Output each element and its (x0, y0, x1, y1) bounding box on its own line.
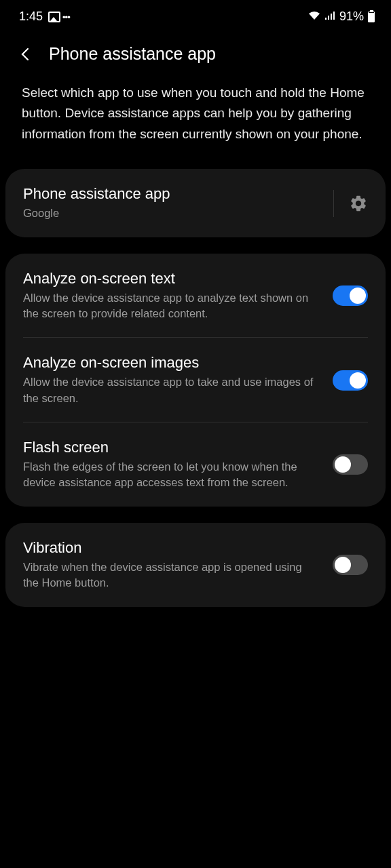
status-bar-right: 91% (308, 9, 375, 24)
page-header: Phone assistance app (0, 29, 391, 79)
analyze-text-toggle[interactable] (333, 285, 368, 306)
vibration-title: Vibration (23, 539, 319, 557)
page-title: Phone assistance app (49, 44, 216, 64)
vibration-toggle[interactable] (333, 555, 368, 575)
page-description: Select which app to use when you touch a… (0, 79, 391, 169)
assist-app-settings-button[interactable] (333, 190, 368, 217)
analyze-text-row[interactable]: Analyze on-screen text Allow the device … (5, 254, 386, 338)
status-time: 1:45 (19, 9, 43, 24)
vibration-card: Vibration Vibrate when the device assist… (5, 523, 386, 607)
assist-app-title: Phone assistance app (23, 185, 327, 203)
analyze-images-title: Analyze on-screen images (23, 354, 319, 372)
battery-percentage: 91% (339, 9, 364, 24)
status-notification-icons (48, 9, 70, 24)
flash-screen-title: Flash screen (23, 439, 319, 456)
flash-screen-subtitle: Flash the edges of the screen to let you… (23, 459, 319, 490)
assist-app-value: Google (23, 205, 327, 221)
assist-app-row[interactable]: Phone assistance app Google (5, 169, 386, 237)
back-button[interactable] (16, 45, 35, 64)
chevron-left-icon (19, 47, 33, 61)
analyze-images-row[interactable]: Analyze on-screen images Allow the devic… (5, 338, 386, 422)
analyze-text-title: Analyze on-screen text (23, 270, 319, 288)
image-notification-icon (48, 12, 60, 22)
flash-screen-toggle[interactable] (333, 454, 368, 475)
assist-app-card: Phone assistance app Google (5, 169, 386, 237)
vibration-row[interactable]: Vibration Vibrate when the device assist… (5, 523, 386, 607)
flash-screen-row[interactable]: Flash screen Flash the edges of the scre… (5, 422, 386, 507)
analyze-images-toggle[interactable] (333, 370, 368, 391)
analyze-images-subtitle: Allow the device assistance app to take … (23, 374, 319, 406)
signal-icon (324, 9, 335, 24)
status-bar: 1:45 91% (0, 0, 391, 29)
analyze-text-subtitle: Allow the device assistance app to analy… (23, 290, 319, 321)
gear-icon (349, 194, 368, 213)
analyze-card: Analyze on-screen text Allow the device … (5, 254, 386, 507)
battery-icon (368, 12, 375, 22)
vibration-subtitle: Vibrate when the device assistance app i… (23, 559, 319, 591)
status-bar-left: 1:45 (19, 9, 70, 24)
wifi-icon (308, 9, 320, 24)
more-notifications-icon (62, 9, 70, 24)
